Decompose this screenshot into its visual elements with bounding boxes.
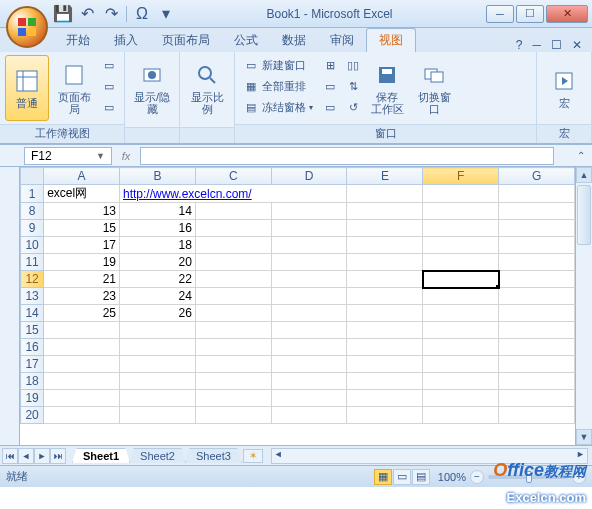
col-header-G[interactable]: G bbox=[499, 168, 575, 185]
view-page-layout-icon[interactable]: ▭ bbox=[393, 469, 411, 485]
cell-C13[interactable] bbox=[195, 288, 271, 305]
cell-A19[interactable] bbox=[44, 390, 120, 407]
macros-button[interactable]: 宏 bbox=[542, 55, 586, 121]
cell-C20[interactable] bbox=[195, 407, 271, 424]
row-header-14[interactable]: 14 bbox=[21, 305, 44, 322]
switch-window-button[interactable]: 切换窗口 bbox=[412, 55, 456, 121]
cell-F15[interactable] bbox=[423, 322, 499, 339]
normal-view-button[interactable]: 普通 bbox=[5, 55, 49, 121]
page-break-icon[interactable]: ▭ bbox=[99, 55, 119, 75]
tab-公式[interactable]: 公式 bbox=[222, 29, 270, 52]
sheet-nav-prev-icon[interactable]: ◄ bbox=[18, 448, 34, 464]
sheet-tab-Sheet1[interactable]: Sheet1 bbox=[72, 448, 130, 463]
cell-D12[interactable] bbox=[271, 271, 347, 288]
cell-A9[interactable]: 15 bbox=[44, 220, 120, 237]
tab-插入[interactable]: 插入 bbox=[102, 29, 150, 52]
cell-G11[interactable] bbox=[499, 254, 575, 271]
cell-G8[interactable] bbox=[499, 203, 575, 220]
cell-G20[interactable] bbox=[499, 407, 575, 424]
tab-视图[interactable]: 视图 bbox=[366, 28, 416, 52]
cell-D14[interactable] bbox=[271, 305, 347, 322]
cell-F18[interactable] bbox=[423, 373, 499, 390]
minimize-button[interactable]: ─ bbox=[486, 5, 514, 23]
cell-E1[interactable] bbox=[347, 185, 423, 203]
page-layout-button[interactable]: 页面布局 bbox=[52, 55, 96, 121]
sheet-tab-Sheet3[interactable]: Sheet3 bbox=[185, 448, 242, 463]
unhide-icon[interactable]: ▭ bbox=[319, 97, 341, 117]
row-header-11[interactable]: 11 bbox=[21, 254, 44, 271]
name-box-dropdown-icon[interactable]: ▼ bbox=[96, 151, 105, 161]
cell-G15[interactable] bbox=[499, 322, 575, 339]
formula-input[interactable] bbox=[140, 147, 554, 165]
cell-B1[interactable]: http://www.excelcn.com/ bbox=[119, 185, 346, 203]
sync-scroll-icon[interactable]: ⇅ bbox=[344, 76, 362, 96]
office-button[interactable] bbox=[6, 6, 48, 48]
row-header-8[interactable]: 8 bbox=[21, 203, 44, 220]
spreadsheet-grid[interactable]: ABCDEFG1excel网http://www.excelcn.com/813… bbox=[20, 167, 575, 445]
cell-F16[interactable] bbox=[423, 339, 499, 356]
doc-restore-icon[interactable]: ☐ bbox=[551, 38, 562, 52]
cell-E16[interactable] bbox=[347, 339, 423, 356]
cell-E10[interactable] bbox=[347, 237, 423, 254]
cell-C8[interactable] bbox=[195, 203, 271, 220]
col-header-E[interactable]: E bbox=[347, 168, 423, 185]
vertical-scrollbar[interactable]: ▲ ▼ bbox=[575, 167, 592, 445]
save-icon[interactable]: 💾 bbox=[54, 5, 72, 23]
cell-G10[interactable] bbox=[499, 237, 575, 254]
cell-G19[interactable] bbox=[499, 390, 575, 407]
cell-D19[interactable] bbox=[271, 390, 347, 407]
cell-C16[interactable] bbox=[195, 339, 271, 356]
cell-C18[interactable] bbox=[195, 373, 271, 390]
cell-F12[interactable] bbox=[423, 271, 499, 288]
cell-E12[interactable] bbox=[347, 271, 423, 288]
cell-D9[interactable] bbox=[271, 220, 347, 237]
row-header-20[interactable]: 20 bbox=[21, 407, 44, 424]
cell-D13[interactable] bbox=[271, 288, 347, 305]
col-header-A[interactable]: A bbox=[44, 168, 120, 185]
cell-F8[interactable] bbox=[423, 203, 499, 220]
cell-E9[interactable] bbox=[347, 220, 423, 237]
cell-E8[interactable] bbox=[347, 203, 423, 220]
cell-E13[interactable] bbox=[347, 288, 423, 305]
sheet-nav-last-icon[interactable]: ⏭ bbox=[50, 448, 66, 464]
cell-D20[interactable] bbox=[271, 407, 347, 424]
cell-F1[interactable] bbox=[423, 185, 499, 203]
tab-数据[interactable]: 数据 bbox=[270, 29, 318, 52]
row-header-16[interactable]: 16 bbox=[21, 339, 44, 356]
cell-A14[interactable]: 25 bbox=[44, 305, 120, 322]
row-header-1[interactable]: 1 bbox=[21, 185, 44, 203]
fullscreen-icon[interactable]: ▭ bbox=[99, 97, 119, 117]
cell-E15[interactable] bbox=[347, 322, 423, 339]
cell-E18[interactable] bbox=[347, 373, 423, 390]
cell-C10[interactable] bbox=[195, 237, 271, 254]
sheet-nav-first-icon[interactable]: ⏮ bbox=[2, 448, 18, 464]
col-header-F[interactable]: F bbox=[423, 168, 499, 185]
col-header-D[interactable]: D bbox=[271, 168, 347, 185]
cell-G13[interactable] bbox=[499, 288, 575, 305]
row-header-19[interactable]: 19 bbox=[21, 390, 44, 407]
cell-B18[interactable] bbox=[119, 373, 195, 390]
cell-A20[interactable] bbox=[44, 407, 120, 424]
cell-D18[interactable] bbox=[271, 373, 347, 390]
custom-views-icon[interactable]: ▭ bbox=[99, 76, 119, 96]
new-sheet-button[interactable]: ✶ bbox=[243, 449, 263, 463]
cell-F10[interactable] bbox=[423, 237, 499, 254]
row-header-15[interactable]: 15 bbox=[21, 322, 44, 339]
tab-页面布局[interactable]: 页面布局 bbox=[150, 29, 222, 52]
cell-B10[interactable]: 18 bbox=[119, 237, 195, 254]
cell-C11[interactable] bbox=[195, 254, 271, 271]
scroll-thumb[interactable] bbox=[577, 185, 591, 245]
qat-dropdown-icon[interactable]: ▾ bbox=[157, 5, 175, 23]
cell-C19[interactable] bbox=[195, 390, 271, 407]
cell-A15[interactable] bbox=[44, 322, 120, 339]
cell-E19[interactable] bbox=[347, 390, 423, 407]
cell-D17[interactable] bbox=[271, 356, 347, 373]
doc-minimize-icon[interactable]: ─ bbox=[532, 38, 541, 52]
doc-close-icon[interactable]: ✕ bbox=[572, 38, 582, 52]
maximize-button[interactable]: ☐ bbox=[516, 5, 544, 23]
cell-B17[interactable] bbox=[119, 356, 195, 373]
cell-B16[interactable] bbox=[119, 339, 195, 356]
cell-G9[interactable] bbox=[499, 220, 575, 237]
scroll-down-icon[interactable]: ▼ bbox=[576, 429, 592, 445]
expand-formula-icon[interactable]: ⌃ bbox=[574, 150, 588, 161]
